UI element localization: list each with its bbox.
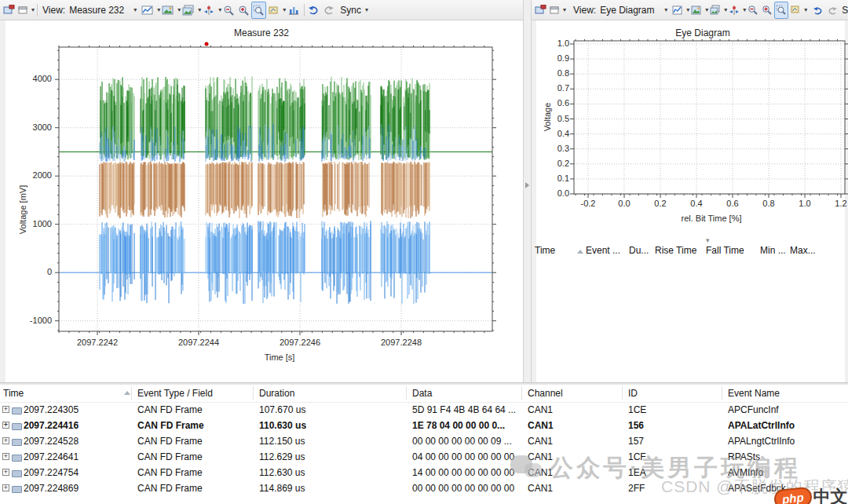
result-header-cell[interactable]: Event ... bbox=[586, 245, 620, 256]
eye-xtick-label: 1.0 bbox=[791, 199, 819, 208]
table-collapse-handle[interactable]: ▾ bbox=[706, 236, 710, 244]
sort-ascending-icon bbox=[124, 391, 130, 395]
eye-ytick-label: 0.9 bbox=[549, 53, 569, 63]
pan-mode-button[interactable] bbox=[788, 2, 802, 19]
result-header-cell[interactable]: Rise Time bbox=[655, 245, 696, 256]
cell-channel: CAN1 bbox=[528, 404, 622, 415]
float-window-icon[interactable] bbox=[548, 2, 561, 19]
can-frame-icon bbox=[12, 423, 22, 430]
cell-id: 1EA bbox=[628, 467, 722, 478]
copy-view-button[interactable] bbox=[181, 2, 196, 19]
result-header-cell[interactable]: Time bbox=[535, 245, 555, 256]
cell-data: 04 00 00 00 00 00 00 00 bbox=[412, 451, 522, 462]
column-separator[interactable] bbox=[406, 386, 407, 400]
cell-channel: CAN1 bbox=[528, 483, 622, 494]
row-expander-icon[interactable]: + bbox=[2, 469, 9, 476]
cell-time: 2097.224416 bbox=[24, 420, 124, 431]
trace-table-header-cell[interactable]: Event Type / Field bbox=[137, 388, 213, 399]
result-header-cell[interactable]: Fall Time bbox=[706, 245, 744, 256]
cell-duration: 112.150 us bbox=[259, 436, 407, 447]
vertical-splitter[interactable] bbox=[523, 0, 532, 382]
measure-x-axis-label: Time [s] bbox=[232, 352, 327, 362]
redo-button[interactable] bbox=[825, 2, 839, 19]
horizontal-splitter[interactable] bbox=[0, 382, 848, 385]
undo-button[interactable] bbox=[812, 2, 825, 19]
zoom-in-button[interactable] bbox=[760, 2, 774, 19]
trace-table-header-cell[interactable]: Channel bbox=[528, 388, 563, 399]
cell-duration: 112.630 us bbox=[259, 467, 407, 478]
can-frame-icon bbox=[12, 486, 22, 493]
trace-table-header-cell[interactable]: Event Name bbox=[728, 388, 780, 399]
toolbar-separator bbox=[304, 4, 305, 16]
row-expander-icon[interactable]: + bbox=[2, 453, 9, 460]
marker-button[interactable] bbox=[201, 2, 217, 19]
cell-time: 2097.224754 bbox=[24, 467, 124, 478]
cell-name: APALngtCtrlInfo bbox=[728, 436, 846, 447]
splitter-collapse-arrow-icon[interactable] bbox=[525, 182, 529, 188]
eye-ytick-label: 0.5 bbox=[549, 114, 569, 123]
float-window-icon[interactable] bbox=[16, 2, 30, 19]
redo-button[interactable] bbox=[321, 2, 335, 19]
row-expander-icon[interactable]: + bbox=[2, 437, 9, 444]
new-diagram-button[interactable] bbox=[671, 2, 685, 19]
column-separator[interactable] bbox=[131, 386, 132, 400]
window-dropdown-arrow[interactable]: ▾ bbox=[31, 6, 35, 13]
export-image-button[interactable] bbox=[160, 2, 176, 19]
zoom-region-button[interactable] bbox=[251, 2, 266, 19]
new-diagram-button[interactable] bbox=[140, 2, 155, 19]
trace-table-row[interactable]: +2097.224641CAN FD Frame112.629 us04 00 … bbox=[0, 449, 848, 465]
sync-button[interactable]: Sync bbox=[842, 5, 848, 16]
row-expander-icon[interactable]: + bbox=[2, 406, 9, 413]
trace-table-header-cell[interactable]: ID bbox=[628, 388, 638, 399]
result-header-cell[interactable]: Du... bbox=[629, 245, 649, 256]
statistics-button[interactable] bbox=[286, 2, 302, 19]
cell-name: AVMInfo bbox=[728, 467, 846, 478]
can-frame-icon bbox=[12, 439, 22, 446]
column-separator[interactable] bbox=[521, 386, 522, 400]
trace-table-row[interactable]: +2097.224754CAN FD Frame112.630 us14 00 … bbox=[0, 465, 848, 480]
measure-xtick-label: 2097.2244 bbox=[173, 338, 225, 347]
copy-view-button[interactable] bbox=[708, 2, 722, 19]
eye-plot-area[interactable] bbox=[574, 41, 845, 194]
trace-table-header-cell[interactable]: Data bbox=[412, 388, 432, 399]
row-expander-icon[interactable]: + bbox=[2, 422, 9, 429]
pan-mode-arrow[interactable]: ▾ bbox=[804, 6, 807, 13]
trace-table-header-cell[interactable]: Duration bbox=[259, 388, 294, 399]
view-label: View: bbox=[573, 5, 596, 16]
pan-mode-button[interactable] bbox=[266, 2, 281, 19]
view-selector[interactable]: Eye Diagram ▾ bbox=[598, 4, 669, 16]
view-label: View: bbox=[42, 5, 65, 16]
dock-window-icon[interactable] bbox=[533, 2, 548, 19]
cell-channel: CAN1 bbox=[528, 467, 622, 478]
view-selector[interactable]: Measure 232 ▾ bbox=[68, 4, 138, 16]
marker-button[interactable] bbox=[727, 2, 741, 19]
trace-table-row[interactable]: +2097.224416CAN FD Frame110.630 us1E 78 … bbox=[0, 418, 848, 433]
dock-window-icon[interactable] bbox=[2, 2, 16, 19]
cell-name: APASetFdbck bbox=[728, 483, 846, 494]
sync-button[interactable]: Sync bbox=[340, 5, 361, 16]
sync-arrow[interactable]: ▾ bbox=[365, 6, 368, 13]
row-expander-icon[interactable]: + bbox=[2, 484, 9, 491]
undo-button[interactable] bbox=[307, 2, 321, 19]
window-dropdown-arrow[interactable]: ▾ bbox=[563, 6, 566, 13]
result-header-cell[interactable]: Min ... bbox=[760, 245, 786, 256]
cell-id: 1CF bbox=[628, 451, 722, 462]
cell-name: APCFuncInf bbox=[728, 404, 846, 415]
zoom-in-button[interactable] bbox=[236, 2, 251, 19]
toolbar-separator bbox=[37, 4, 38, 16]
zoom-out-button[interactable] bbox=[746, 2, 760, 19]
measure-ytick-label: 0 bbox=[19, 267, 52, 276]
trace-table-row[interactable]: +2097.224305CAN FD Frame107.670 us5D 91 … bbox=[0, 402, 848, 418]
measure-ytick-label: 2000 bbox=[19, 170, 52, 180]
zoom-out-button[interactable] bbox=[221, 2, 236, 19]
measure-plot-area[interactable] bbox=[59, 47, 492, 331]
column-separator[interactable] bbox=[722, 386, 722, 400]
export-image-button[interactable] bbox=[689, 2, 704, 19]
trace-table-row[interactable]: +2097.224869CAN FD Frame114.869 us00 00 … bbox=[0, 480, 848, 496]
zoom-region-button[interactable] bbox=[774, 2, 788, 19]
column-separator[interactable] bbox=[622, 386, 623, 400]
result-header-cell[interactable]: Max... bbox=[790, 245, 816, 256]
trace-table-header-cell[interactable]: Time bbox=[3, 388, 24, 399]
column-separator[interactable] bbox=[253, 386, 254, 400]
trace-table-row[interactable]: +2097.224528CAN FD Frame112.150 us00 00 … bbox=[0, 433, 848, 449]
